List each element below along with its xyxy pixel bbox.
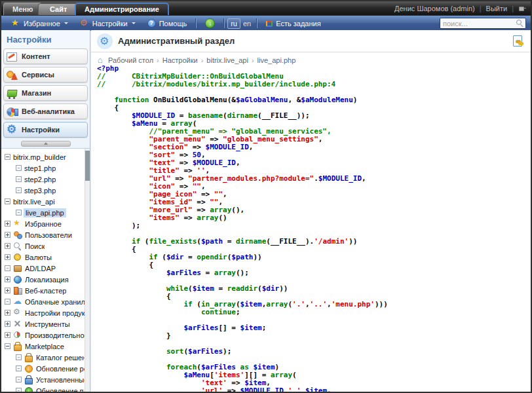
code-line: if ($dir = opendir($path)) [97, 253, 528, 261]
tree-item[interactable]: Веб-кластер [1, 285, 85, 296]
tree-item[interactable]: Локализация [1, 274, 85, 285]
logout-link[interactable]: Выйти [486, 5, 508, 12]
tree-item[interactable]: Каталог решений [1, 352, 85, 363]
tree-expand-icon[interactable] [16, 176, 22, 182]
search-input[interactable] [440, 20, 516, 28]
tree-item[interactable]: Настройки продукта [1, 307, 85, 318]
content-icon [6, 51, 18, 62]
tree-item-label: Обновление решений [36, 365, 85, 373]
tree-expand-icon[interactable] [5, 288, 10, 293]
tree-expand-icon[interactable] [5, 232, 10, 238]
code-line: "items" => array() [97, 214, 528, 222]
tree-scrollbar[interactable] [85, 149, 90, 392]
tree-expand-icon[interactable] [16, 354, 22, 360]
tree-expand-icon[interactable] [5, 321, 10, 327]
search-icon[interactable] [516, 19, 524, 28]
tab-administration[interactable]: Администрирование [75, 3, 169, 15]
tree-expand-icon[interactable] [16, 187, 22, 193]
code-line: function OnBuildGlobalMenu(&$aGlobalMenu… [97, 96, 528, 104]
tree-item[interactable]: Избранное [1, 218, 85, 229]
settings-big-icon [6, 124, 18, 136]
code-line: continue; [97, 309, 528, 316]
tree-item[interactable]: AD/LDAP [1, 263, 85, 274]
tab-site[interactable]: Сайт [38, 3, 79, 15]
tree-item[interactable]: Обновление решений [1, 363, 85, 374]
tree-expand-icon[interactable] [16, 165, 22, 171]
chevron-down-icon [64, 22, 68, 24]
scrollbar-thumb[interactable] [85, 151, 90, 181]
sidebar-item-analytics[interactable]: Веб-аналитика [3, 103, 88, 119]
breadcrumb-link[interactable]: bitrix.live_api [206, 56, 248, 64]
breadcrumb-link[interactable]: Рабочий стол [108, 56, 153, 64]
language-en[interactable]: en [240, 19, 254, 28]
tree-item[interactable]: bitrix.mp_builder [1, 151, 85, 162]
tree-expand-icon[interactable] [5, 299, 10, 305]
tree-item[interactable]: bitrix.live_api [1, 196, 85, 207]
search-icon [13, 242, 22, 250]
tree-item-label: Локализация [25, 276, 69, 284]
help-menu[interactable]: Помощь [142, 16, 193, 31]
sidebar-item-label: Настройки [22, 126, 60, 134]
tasks-link[interactable]: Есть задания [260, 16, 326, 31]
tree-expand-icon[interactable] [16, 365, 22, 371]
language-ru[interactable]: ru [227, 18, 240, 29]
page-link-icon[interactable] [513, 35, 522, 47]
tree-item[interactable]: Поиск [1, 240, 85, 252]
tree-expand-icon[interactable] [16, 210, 22, 215]
sidebar-item-settings[interactable]: Настройки [3, 122, 88, 138]
favorites-label: Избранное [24, 20, 60, 28]
tree-item[interactable]: step3.php [1, 185, 85, 196]
tree-item-label: Валюты [25, 253, 52, 261]
tree-expand-icon[interactable] [5, 332, 10, 338]
tree-expand-icon[interactable] [5, 221, 10, 227]
tree-item[interactable]: Пользователи [1, 229, 85, 240]
tree-item[interactable]: step1.php [1, 162, 85, 174]
menu-button[interactable]: Меню [3, 3, 42, 15]
tree-expand-icon[interactable] [16, 388, 22, 392]
tree-item[interactable]: Производительность [1, 329, 85, 341]
tree-item-label: Каталог решений [36, 354, 85, 362]
tree-item-label: step3.php [24, 187, 56, 195]
user-area: Денис Шаромов (admin) | Выйти | [394, 1, 527, 15]
tree-item[interactable]: live_api.php [1, 207, 85, 218]
breadcrumb-items: Рабочий стол›Настройки›bitrix.live_api›l… [108, 56, 295, 64]
sidebar-resize-handle[interactable] [21, 141, 71, 147]
sidebar-item-content[interactable]: Контент [3, 48, 88, 64]
settings-menu[interactable]: Настройки [74, 16, 142, 31]
code-view: <?php// CBitrixMpBuilder::OnBuildGlobalM… [97, 65, 528, 392]
toolbar-separator [195, 18, 197, 28]
pin-icon[interactable] [518, 4, 527, 12]
tree-item[interactable]: Установленные решения [1, 374, 85, 385]
code-line: } [97, 332, 528, 340]
updates-button[interactable] [199, 16, 221, 31]
tree-expand-icon[interactable] [16, 377, 22, 383]
tree-expand-icon[interactable] [5, 343, 10, 349]
tree-item[interactable]: Marketplace [1, 341, 85, 352]
tree-expand-icon[interactable] [5, 198, 10, 204]
tree-expand-icon[interactable] [5, 243, 10, 249]
breadcrumb-separator: › [252, 56, 254, 64]
toolbar: Избранное Настройки Помощь ru en Есть за… [1, 15, 531, 31]
globe-icon [13, 275, 22, 284]
tree-item[interactable]: step2.php [1, 174, 85, 185]
favorites-menu[interactable]: Избранное [5, 16, 74, 31]
settings-label: Настройки [92, 20, 128, 28]
update-icon [205, 18, 215, 28]
home-icon[interactable] [98, 56, 105, 64]
sidebar-item-store[interactable]: Магазин [3, 85, 88, 101]
tree-expand-icon[interactable] [5, 310, 10, 316]
tree-expand-icon[interactable] [5, 265, 10, 271]
user-name[interactable]: Денис Шаромов (admin) [394, 5, 475, 12]
tree-expand-icon[interactable] [5, 154, 10, 160]
tree-item[interactable]: Облачные хранилища [1, 296, 85, 307]
tree-item-label: live_api.php [24, 208, 66, 217]
tree-item[interactable]: Валюты [1, 252, 85, 263]
app-window: Меню Сайт Администрирование Денис Шаромо… [0, 0, 532, 393]
tree-expand-icon[interactable] [5, 254, 10, 260]
sidebar-item-services[interactable]: Сервисы [3, 67, 88, 83]
breadcrumb-link[interactable]: Настройки [162, 56, 198, 64]
tree-expand-icon[interactable] [5, 276, 10, 282]
help-label: Помощь [159, 20, 187, 28]
tree-item[interactable]: Обновление платформы [1, 385, 85, 392]
tree-item[interactable]: Инструменты [1, 318, 85, 329]
